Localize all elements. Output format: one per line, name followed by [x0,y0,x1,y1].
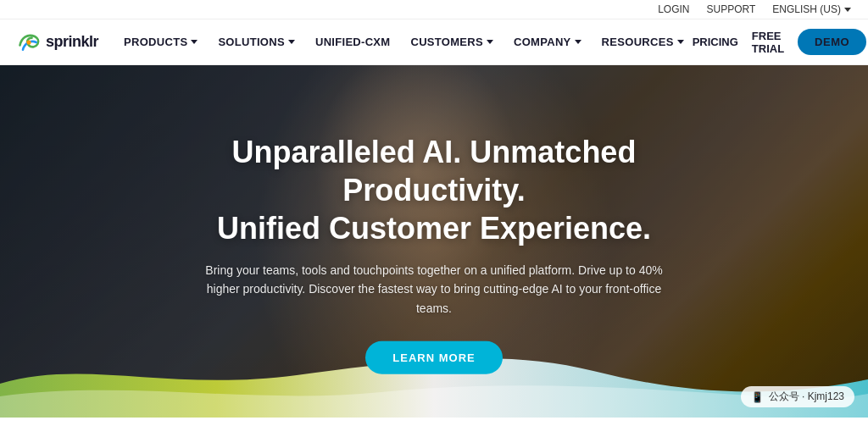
pricing-link[interactable]: PRICING [693,36,738,48]
hero-title-line2: Unified Customer Experience. [217,211,651,246]
language-selector[interactable]: ENGLISH (US) [772,3,851,15]
learn-more-button[interactable]: LEARN MORE [365,341,502,374]
watermark: 📱 公众号 · Kjmj123 [741,386,854,407]
resources-label: RESOURCES [602,36,674,48]
hero-title-line1: Unparalleled AI. Unmatched Productivity. [232,135,637,207]
solutions-label: SOLUTIONS [218,36,285,48]
language-label: ENGLISH (US) [772,3,841,15]
utility-bar: LOGIN SUPPORT ENGLISH (US) [0,0,868,19]
nav-item-solutions[interactable]: SOLUTIONS [209,30,303,53]
demo-button[interactable]: DEMO [798,29,866,55]
solutions-chevron-icon [288,40,295,44]
hero-content: Unparalleled AI. Unmatched Productivity.… [137,133,731,374]
nav-item-company[interactable]: COMPANY [505,30,590,53]
watermark-text: 公众号 · Kjmj123 [769,390,844,404]
products-chevron-icon [191,40,198,44]
company-label: COMPANY [514,36,571,48]
nav-item-products[interactable]: PRODUCTS [115,30,206,53]
unified-cxm-label: UNIFIED-CXM [315,36,391,48]
svg-point-0 [26,40,31,44]
watermark-icon: 📱 [751,391,764,403]
support-link[interactable]: SUPPORT [707,3,756,15]
nav-right: PRICING FREE TRIAL DEMO [693,29,866,55]
nav-links: PRODUCTS SOLUTIONS UNIFIED-CXM CUSTOMERS… [115,30,693,53]
hero-title: Unparalleled AI. Unmatched Productivity.… [137,133,731,247]
free-trial-link[interactable]: FREE TRIAL [752,30,784,55]
main-nav: sprinklr PRODUCTS SOLUTIONS UNIFIED-CXM … [0,19,868,65]
chevron-down-icon [844,8,851,12]
logo-icon [17,30,41,54]
customers-label: CUSTOMERS [410,36,483,48]
customers-chevron-icon [487,40,493,44]
nav-item-customers[interactable]: CUSTOMERS [402,30,502,53]
logo[interactable]: sprinklr [17,30,98,54]
login-link[interactable]: LOGIN [658,3,689,15]
resources-chevron-icon [677,40,684,44]
logo-text: sprinklr [46,33,98,51]
products-label: PRODUCTS [124,36,187,48]
hero-subtitle: Bring your teams, tools and touchpoints … [197,261,671,318]
nav-item-resources[interactable]: RESOURCES [593,30,693,53]
nav-item-unified-cxm[interactable]: UNIFIED-CXM [307,30,399,53]
company-chevron-icon [575,40,581,44]
hero-section: Unparalleled AI. Unmatched Productivity.… [0,65,868,418]
